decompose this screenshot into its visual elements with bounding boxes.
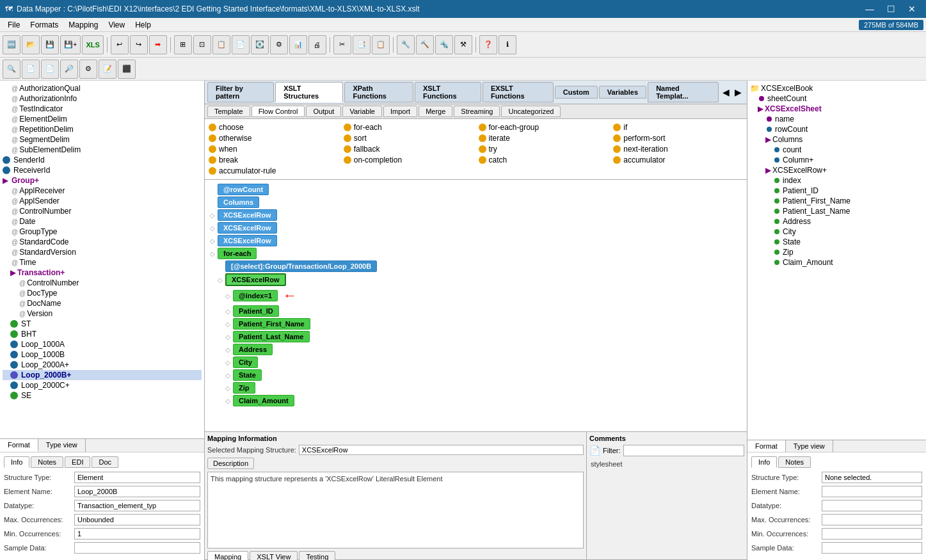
r-tree-index[interactable]: index xyxy=(750,175,923,186)
mapbox-row1[interactable]: XCSExcelRow xyxy=(218,209,277,221)
tb-redo[interactable]: ↪ xyxy=(130,35,148,54)
fn-when[interactable]: when xyxy=(209,145,339,154)
tb2-b1[interactable]: 🔍 xyxy=(3,60,20,79)
fn-tab-filter[interactable]: Filter by pattern xyxy=(207,82,274,102)
r-field-sample[interactable] xyxy=(822,542,922,554)
mapbox-first-name[interactable]: Patient_First_Name xyxy=(233,318,310,330)
fn-on-completion[interactable]: on-completion xyxy=(344,156,474,164)
r-tree-zip[interactable]: Zip xyxy=(750,247,923,257)
r-info-tab-notes[interactable]: Notes xyxy=(778,456,811,468)
r-info-tab-info[interactable]: Info xyxy=(751,456,777,468)
filter-input[interactable] xyxy=(623,445,745,456)
fn-otherwise[interactable]: otherwise xyxy=(209,134,339,143)
tree-item-version[interactable]: @ Version xyxy=(3,308,202,319)
field-datatype[interactable] xyxy=(74,500,200,511)
tree-item-sender-id[interactable]: SenderId xyxy=(3,155,202,165)
tree-item-appl-recv[interactable]: @ ApplReceiver xyxy=(3,186,202,196)
r-field-min[interactable] xyxy=(822,528,922,540)
minimize-button[interactable]: — xyxy=(860,3,879,15)
r-tree-excelbk[interactable]: 📁 XCSExcelBook xyxy=(750,83,923,93)
mapping-tab-xslt[interactable]: XSLT View xyxy=(250,551,298,560)
r-tree-name[interactable]: name xyxy=(750,114,923,124)
tree-item-auth-qual[interactable]: @ AuthorizationQual xyxy=(3,83,202,93)
mapbox-row3[interactable]: XCSExcelRow xyxy=(218,235,277,246)
tree-item-appl-send[interactable]: @ ApplSender xyxy=(3,196,202,206)
fn-accum-rule[interactable]: accumulator-rule xyxy=(209,166,339,175)
info-tab-notes[interactable]: Notes xyxy=(31,456,63,468)
tab-type-view[interactable]: Type view xyxy=(38,439,86,452)
r-field-max[interactable] xyxy=(822,514,922,525)
field-sample[interactable] xyxy=(74,542,200,554)
mapbox-row2[interactable]: XCSExcelRow xyxy=(218,222,277,234)
tree-item-loop1000b[interactable]: Loop_1000B xyxy=(3,349,202,360)
fn-sort[interactable]: sort xyxy=(344,134,474,143)
tb-b8[interactable]: 🖨 xyxy=(308,35,326,54)
fn-for-each[interactable]: for-each xyxy=(344,123,474,132)
mapbox-columns[interactable]: Columns xyxy=(218,196,259,208)
tree-item-group[interactable]: ▶Group+ xyxy=(3,175,202,186)
tree-item-time[interactable]: @ Time xyxy=(3,257,202,268)
fn-tab-xslt-fn[interactable]: XSLT Functions xyxy=(415,82,481,102)
mapbox-foreach[interactable]: for-each xyxy=(218,248,257,259)
mapbox-address[interactable]: Address xyxy=(233,344,273,355)
tb-tools2[interactable]: 🔨 xyxy=(416,35,434,54)
tb-tools3[interactable]: 🔩 xyxy=(435,35,453,54)
tb2-b7[interactable]: ⬛ xyxy=(118,60,136,79)
mapbox-index[interactable]: @index=1 xyxy=(233,290,278,301)
tree-item-std-ver[interactable]: @ StandardVersion xyxy=(3,247,202,257)
tb-info[interactable]: ℹ xyxy=(499,35,516,54)
tree-item-bht[interactable]: BHT xyxy=(3,329,202,339)
tb-paste[interactable]: 📋 xyxy=(372,35,390,54)
tree-item-receiver-id[interactable]: ReceiverId xyxy=(3,165,202,175)
tree-item-seg-delim[interactable]: @ SegmentDelim xyxy=(3,134,202,145)
fn-tab-xslt-struct[interactable]: XSLT Structures xyxy=(275,82,343,102)
r-tree-address[interactable]: Address xyxy=(750,216,923,227)
tb-b6[interactable]: ⚙ xyxy=(270,35,288,54)
tree-item-auth-info[interactable]: @ AuthorizationInfo xyxy=(3,93,202,104)
struct-tab-streaming[interactable]: Streaming xyxy=(454,106,500,117)
tree-item-doc-name[interactable]: @ DocName xyxy=(3,298,202,308)
tb2-b4[interactable]: 🔎 xyxy=(60,60,78,79)
r-tree-excelsheet[interactable]: ▶ XCSExcelSheet xyxy=(750,104,923,114)
tb-save-as[interactable]: 💾+ xyxy=(60,35,81,54)
tb-b4[interactable]: 📄 xyxy=(232,35,250,54)
r-tree-count[interactable]: count xyxy=(750,145,923,155)
mapping-tab-testing[interactable]: Testing xyxy=(299,551,335,560)
struct-tab-flow[interactable]: Flow Control xyxy=(251,106,305,117)
tb2-b6[interactable]: 📝 xyxy=(99,60,116,79)
tb-b1[interactable]: ⊞ xyxy=(174,35,192,54)
menu-help[interactable]: Help xyxy=(130,19,156,31)
tb2-b5[interactable]: ⚙ xyxy=(79,60,97,79)
r-tree-first-name[interactable]: Patient_First_Name xyxy=(750,196,923,206)
r-tab-typeview[interactable]: Type view xyxy=(786,440,833,452)
info-tab-edi[interactable]: EDI xyxy=(65,456,90,468)
tree-item-rep-delim[interactable]: @ RepetitionDelim xyxy=(3,124,202,134)
tb-new[interactable]: 🆕 xyxy=(3,35,20,54)
r-field-dt[interactable] xyxy=(822,500,922,511)
fn-catch[interactable]: catch xyxy=(479,156,609,164)
tb2-b3[interactable]: 📄 xyxy=(41,60,59,79)
fn-accumulator[interactable]: accumulator xyxy=(613,156,743,164)
field-max-occ[interactable] xyxy=(74,514,200,525)
fn-tab-custom[interactable]: Custom xyxy=(555,86,598,99)
tb-tools4[interactable]: ⚒ xyxy=(454,35,472,54)
mapbox-patient-id[interactable]: Patient_ID xyxy=(233,305,279,317)
fn-tab-prev[interactable]: ◀ xyxy=(720,87,732,97)
r-tree-sheetcount[interactable]: sheetCount xyxy=(750,93,923,104)
tree-item-group-type[interactable]: @ GroupType xyxy=(3,227,202,237)
r-tree-claim[interactable]: Claim_Amount xyxy=(750,257,923,268)
mapbox-claim[interactable]: Claim_Amount xyxy=(233,395,294,406)
fn-for-each-group[interactable]: for-each-group xyxy=(479,123,609,132)
r-tree-patient-id[interactable]: Patient_ID xyxy=(750,186,923,196)
fn-tab-exslt[interactable]: EXSLT Functions xyxy=(483,82,554,102)
tb-b5[interactable]: 💽 xyxy=(251,35,269,54)
fn-fallback[interactable]: fallback xyxy=(344,145,474,154)
mapping-tab-mapping[interactable]: Mapping xyxy=(207,551,248,560)
tb-b3[interactable]: 📋 xyxy=(212,35,230,54)
tb-copy[interactable]: 📑 xyxy=(353,35,371,54)
tb-undo[interactable]: ↩ xyxy=(111,35,129,54)
tree-item-ctrl-num2[interactable]: @ ControlNumber xyxy=(3,278,202,288)
menu-mapping[interactable]: Mapping xyxy=(63,19,103,31)
mapbox-zip[interactable]: Zip xyxy=(233,382,255,394)
tab-format[interactable]: Format xyxy=(0,439,38,452)
